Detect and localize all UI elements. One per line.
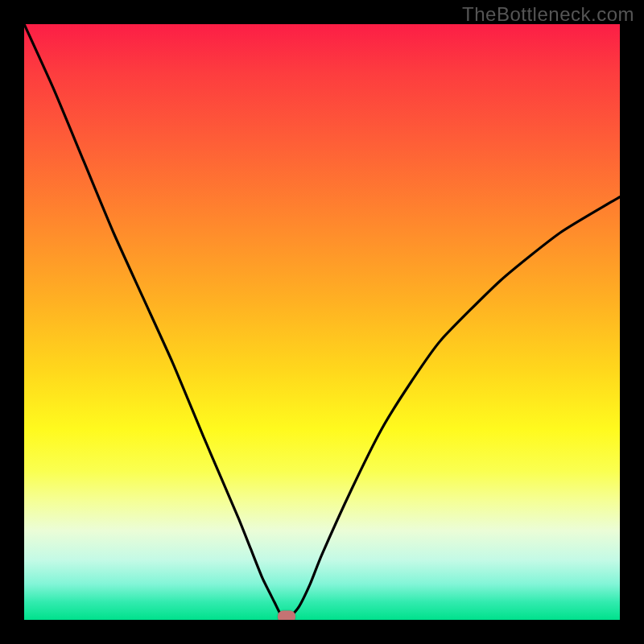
- bottleneck-marker: [278, 611, 295, 620]
- curve-layer: [24, 24, 620, 620]
- watermark-text: TheBottleneck.com: [462, 3, 634, 26]
- bottleneck-curve: [24, 24, 620, 620]
- plot-area: [24, 24, 620, 620]
